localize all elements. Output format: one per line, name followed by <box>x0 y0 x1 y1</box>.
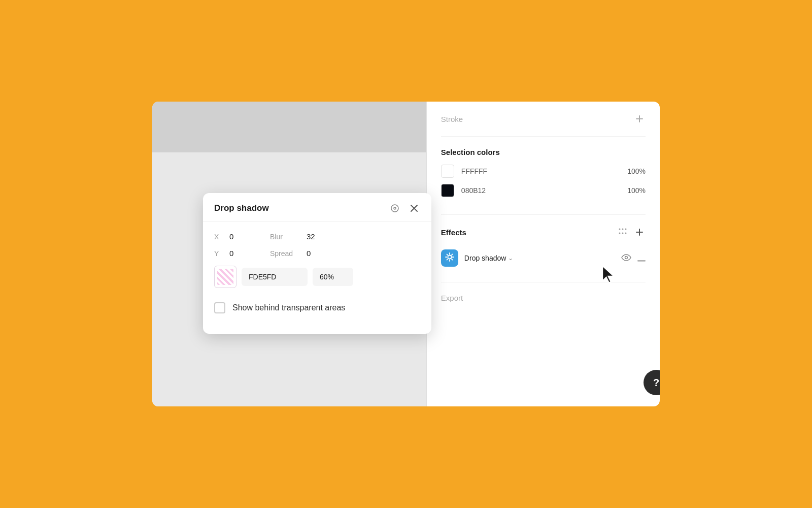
color-opacity-dark: 100% <box>627 186 646 195</box>
svg-point-0 <box>391 205 398 212</box>
svg-point-8 <box>625 229 627 230</box>
spread-value: 0 <box>307 249 311 258</box>
svg-point-14 <box>448 256 451 259</box>
export-section: Export <box>441 282 646 314</box>
y-label: Y <box>214 249 223 258</box>
grid-dots-icon[interactable] <box>618 228 627 237</box>
target-icon[interactable] <box>389 202 401 214</box>
svg-point-7 <box>622 229 624 230</box>
svg-line-19 <box>447 255 448 256</box>
x-blur-row: X 0 Blur 32 <box>214 232 420 241</box>
svg-point-11 <box>625 233 627 234</box>
color-entry-dark: 080B12 100% <box>441 184 646 197</box>
color-swatch-white[interactable] <box>441 165 454 178</box>
stroke-title: Stroke <box>441 115 463 123</box>
ui-container: Drop shadow <box>152 102 660 406</box>
canvas-top-area <box>152 102 426 152</box>
x-label: X <box>214 233 223 241</box>
visibility-icon[interactable] <box>621 253 631 264</box>
color-swatch-inner <box>217 269 233 285</box>
effect-icon-box <box>441 249 458 267</box>
svg-line-20 <box>452 259 453 260</box>
sun-icon <box>445 252 454 264</box>
export-title: Export <box>441 294 463 302</box>
canvas-panel: Drop shadow <box>152 102 426 406</box>
blur-value: 32 <box>307 232 315 241</box>
effect-actions <box>621 252 646 264</box>
spread-label: Spread <box>270 249 300 258</box>
svg-point-9 <box>619 233 621 234</box>
blur-label: Blur <box>270 233 300 241</box>
remove-effect-icon[interactable] <box>637 252 646 264</box>
svg-point-10 <box>622 233 624 234</box>
svg-point-1 <box>394 207 396 209</box>
color-row <box>214 266 420 288</box>
selection-colors-section: Selection colors FFFFFF 100% 080B12 100% <box>441 137 646 215</box>
selection-colors-title: Selection colors <box>441 148 646 156</box>
color-hex-input[interactable] <box>242 268 308 286</box>
drop-shadow-popup: Drop shadow <box>203 193 431 334</box>
help-button[interactable]: ? <box>644 370 660 395</box>
y-spread-row: Y 0 Spread 0 <box>214 249 420 258</box>
color-opacity-white: 100% <box>627 167 646 175</box>
right-panel: Stroke Selection colors FFFFFF 100% 080B <box>427 102 660 406</box>
color-hex-dark: 080B12 <box>461 186 620 195</box>
close-icon[interactable] <box>408 202 420 214</box>
svg-point-6 <box>619 229 621 230</box>
color-swatch[interactable] <box>214 266 236 288</box>
stroke-header: Stroke <box>441 113 646 125</box>
show-behind-checkbox[interactable] <box>214 302 225 313</box>
checkbox-row: Show behind transparent areas <box>214 297 420 313</box>
effect-name: Drop shadow ⌄ <box>464 254 615 262</box>
effects-add-button[interactable] <box>633 226 646 238</box>
color-entry-white: FFFFFF 100% <box>441 165 646 178</box>
opacity-input[interactable] <box>313 268 353 286</box>
y-value: 0 <box>229 249 270 258</box>
effects-header: Effects <box>441 226 646 238</box>
color-swatch-dark[interactable] <box>441 184 454 197</box>
chevron-down-icon[interactable]: ⌄ <box>508 255 513 262</box>
svg-line-22 <box>447 259 448 260</box>
stroke-section: Stroke <box>441 102 646 137</box>
checkbox-label: Show behind transparent areas <box>232 303 345 312</box>
popup-header-icons <box>389 202 420 214</box>
svg-line-21 <box>452 255 453 256</box>
effects-section: Effects <box>441 215 646 282</box>
popup-body: X 0 Blur 32 Y 0 Spread 0 <box>203 222 431 324</box>
effects-title: Effects <box>441 228 466 237</box>
popup-title: Drop shadow <box>214 203 269 213</box>
effect-item-drop-shadow: Drop shadow ⌄ <box>441 245 646 271</box>
stroke-add-button[interactable] <box>633 113 646 125</box>
svg-point-23 <box>625 256 628 259</box>
color-hex-white: FFFFFF <box>461 167 620 175</box>
x-value: 0 <box>229 232 270 241</box>
effects-header-icons <box>618 226 646 238</box>
popup-header: Drop shadow <box>203 193 431 222</box>
